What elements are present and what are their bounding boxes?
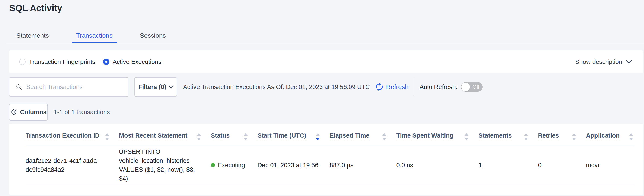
column-header-statements[interactable]: Statements (478, 132, 538, 142)
column-header-transaction-execution-id[interactable]: Transaction Execution ID (26, 132, 119, 142)
radio-selected-icon[interactable] (103, 59, 110, 65)
as-of-text: Active Transaction Executions As Of: Dec… (183, 83, 370, 91)
search-input-wrapper[interactable] (9, 77, 128, 97)
radio-label: Active Executions (113, 58, 162, 65)
cell-transaction-execution-id: da1f21e2-de71-4c1f-a1da-dc9fc94a84a2 (26, 156, 119, 174)
sql-activity-page: SQL Activity Statements Transactions Ses… (0, 0, 644, 196)
auto-refresh-label: Auto Refresh: (420, 83, 457, 91)
show-description-label: Show description (575, 58, 622, 65)
cell-elapsed-time: 887.0 µs (330, 161, 396, 170)
column-header-retries[interactable]: Retries (538, 132, 586, 142)
sort-icon[interactable] (524, 133, 528, 141)
gear-icon (10, 108, 18, 116)
transactions-table-card: Transaction Execution ID Most Recent Sta… (9, 124, 643, 195)
tab-statements[interactable]: Statements (12, 29, 53, 43)
table-row: da1f21e2-de71-4c1f-a1da-dc9fc94a84a2 UPS… (26, 145, 634, 185)
column-header-time-spent-waiting[interactable]: Time Spent Waiting (396, 132, 478, 142)
search-icon (16, 83, 22, 91)
table-toolbar: Columns 1-1 of 1 transactions (9, 104, 110, 121)
sort-icon[interactable] (464, 133, 468, 141)
cell-most-recent-statement: UPSERT INTO vehicle_location_histories V… (119, 147, 211, 183)
tab-bar-divider (6, 43, 644, 43)
sort-icon[interactable] (197, 133, 201, 141)
auto-refresh-toggle[interactable]: Off (461, 82, 483, 92)
sort-icon[interactable] (105, 133, 109, 141)
radio-active-executions[interactable]: Active Executions (103, 58, 162, 65)
refresh-button[interactable]: Refresh (375, 83, 408, 91)
controls-row: Filters (0) Active Transaction Execution… (9, 77, 483, 97)
result-count: 1-1 of 1 transactions (54, 109, 110, 116)
cell-time-spent-waiting: 0.0 ns (396, 161, 478, 170)
sort-icon[interactable] (629, 133, 633, 141)
refresh-icon (375, 83, 384, 91)
cell-status: Executing (211, 161, 258, 170)
filters-button-label: Filters (0) (138, 83, 166, 91)
toggle-state-label: Off (472, 84, 480, 90)
show-description-toggle[interactable]: Show description (575, 58, 632, 65)
column-header-start-time[interactable]: Start Time (UTC) (258, 132, 330, 142)
column-header-status[interactable]: Status (211, 132, 258, 142)
radio-transaction-fingerprints[interactable]: Transaction Fingerprints (19, 58, 96, 65)
status-executing-dot-icon (211, 163, 215, 167)
refresh-label: Refresh (386, 83, 408, 91)
radio-unselected-icon[interactable] (19, 59, 26, 65)
sort-icon[interactable] (382, 133, 386, 141)
cell-statements: 1 (478, 161, 538, 170)
filters-button[interactable]: Filters (0) (134, 77, 177, 97)
toggle-knob[interactable] (461, 83, 470, 91)
tab-sessions[interactable]: Sessions (136, 29, 170, 43)
table-header-row: Transaction Execution ID Most Recent Sta… (26, 124, 634, 145)
cell-application: movr (586, 161, 634, 170)
column-header-elapsed-time[interactable]: Elapsed Time (330, 132, 396, 142)
sort-icon[interactable] (244, 133, 248, 141)
columns-button[interactable]: Columns (9, 104, 48, 121)
cell-retries: 0 (538, 161, 586, 170)
chevron-down-icon (169, 86, 173, 88)
chevron-down-icon (626, 60, 632, 64)
columns-button-label: Columns (20, 109, 46, 116)
status-label: Executing (218, 161, 245, 170)
vertical-divider (414, 78, 414, 96)
page-title: SQL Activity (10, 3, 62, 13)
tab-transactions[interactable]: Transactions (72, 29, 117, 43)
view-mode-card: Transaction Fingerprints Active Executio… (9, 50, 643, 73)
sort-desc-active-icon[interactable] (316, 133, 320, 141)
sort-icon[interactable] (572, 133, 576, 141)
tab-bar: Statements Transactions Sessions (12, 29, 189, 43)
column-header-application[interactable]: Application (586, 132, 634, 142)
radio-label: Transaction Fingerprints (29, 58, 96, 65)
search-input[interactable] (26, 83, 123, 91)
cell-start-time: Dec 01, 2023 at 19:56 (258, 161, 330, 170)
column-header-most-recent-statement[interactable]: Most Recent Statement (119, 132, 211, 142)
